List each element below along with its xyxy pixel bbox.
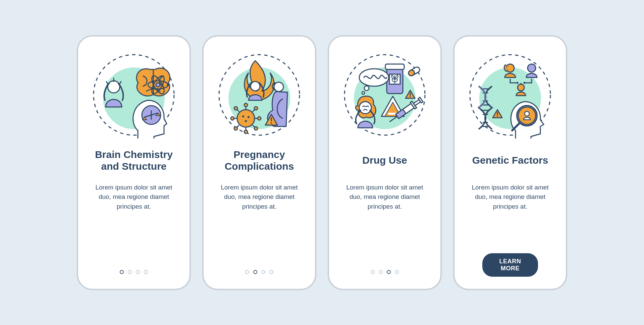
- dot-4[interactable]: [144, 270, 148, 274]
- svg-point-25: [258, 117, 261, 120]
- dot-2[interactable]: [253, 270, 257, 274]
- svg-point-59: [518, 84, 524, 91]
- svg-point-23: [231, 117, 234, 120]
- dot-3[interactable]: [261, 270, 265, 274]
- svg-point-6: [167, 84, 169, 86]
- dot-1[interactable]: [120, 270, 124, 274]
- svg-point-44: [410, 96, 411, 97]
- svg-point-46: [364, 86, 369, 91]
- svg-point-19: [244, 103, 248, 107]
- card-pregnancy-complications: Pregnancy Complications Lorem ipsum dolo…: [202, 35, 316, 290]
- svg-point-58: [528, 64, 536, 72]
- svg-point-14: [237, 110, 255, 127]
- dot-2[interactable]: [379, 270, 383, 274]
- pagination-dots: [329, 270, 440, 274]
- dot-1[interactable]: [371, 270, 375, 274]
- svg-point-69: [497, 115, 498, 117]
- pagination-dots: [204, 270, 315, 274]
- card-title: Pregnancy Complications: [223, 148, 296, 173]
- card-title: Genetic Factors: [470, 148, 550, 173]
- dot-4[interactable]: [269, 270, 273, 274]
- svg-point-31: [234, 127, 237, 130]
- svg-point-27: [234, 107, 237, 110]
- svg-point-71: [525, 111, 529, 116]
- dot-1[interactable]: [245, 270, 249, 274]
- card-description: Lorem ipsum dolor sit amet duo, mea regi…: [213, 183, 306, 212]
- brain-chemistry-icon: [90, 51, 177, 139]
- card-title: Drug Use: [360, 148, 409, 173]
- card-brain-chemistry: Brain Chemistry and Structure Lorem ipsu…: [77, 35, 191, 290]
- svg-point-47: [362, 92, 365, 94]
- onboarding-stage: Brain Chemistry and Structure Lorem ipsu…: [63, 22, 581, 304]
- card-title: Brain Chemistry and Structure: [93, 148, 175, 173]
- pregnancy-complications-icon: [216, 51, 303, 139]
- svg-point-48: [359, 102, 371, 114]
- svg-point-35: [271, 122, 272, 124]
- dot-2[interactable]: [128, 270, 132, 274]
- card-description: Lorem ipsum dolor sit amet duo, mea regi…: [464, 183, 556, 212]
- svg-point-33: [254, 127, 258, 130]
- svg-point-13: [274, 82, 283, 92]
- svg-point-16: [248, 116, 250, 118]
- svg-point-9: [108, 81, 120, 93]
- genetic-factors-icon: [467, 51, 554, 139]
- learn-more-button[interactable]: LEARN MORE: [482, 253, 538, 277]
- drug-use-icon: [341, 51, 428, 139]
- card-description: Lorem ipsum dolor sit amet duo, mea regi…: [338, 183, 431, 212]
- svg-point-12: [251, 82, 260, 91]
- dot-3[interactable]: [136, 270, 140, 274]
- svg-point-57: [506, 64, 514, 72]
- svg-point-5: [156, 83, 160, 87]
- card-description: Lorem ipsum dolor sit amet duo, mea regi…: [88, 183, 180, 212]
- card-genetic-factors: Genetic Factors Lorem ipsum dolor sit am…: [453, 35, 567, 290]
- dot-3[interactable]: [387, 270, 391, 274]
- dot-4[interactable]: [395, 270, 399, 274]
- svg-point-17: [245, 120, 247, 122]
- svg-rect-40: [385, 64, 404, 69]
- svg-point-29: [254, 107, 258, 110]
- pagination-dots: [78, 270, 190, 274]
- card-drug-use: Drug Use Lorem ipsum dolor sit amet duo,…: [328, 35, 442, 290]
- svg-point-15: [242, 115, 244, 117]
- svg-point-21: [244, 130, 248, 133]
